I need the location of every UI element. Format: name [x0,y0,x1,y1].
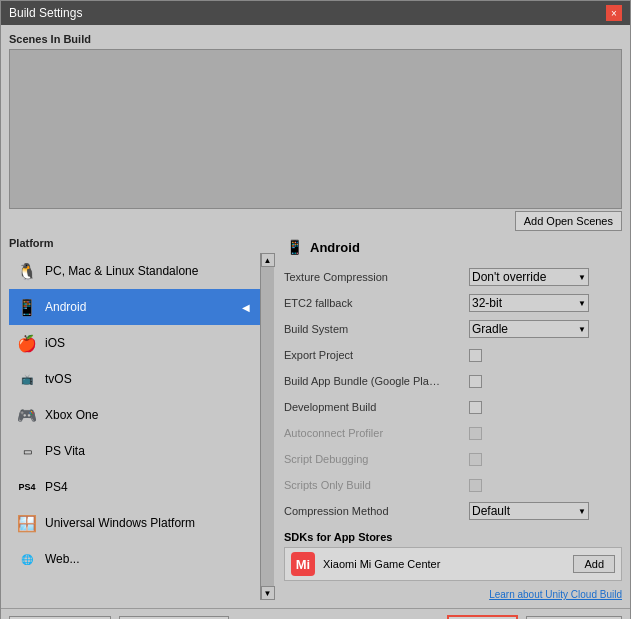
psvita-label: PS Vita [45,444,254,458]
autoconnect-profiler-checkbox [469,427,482,440]
sdk-xiaomi-row: Mi Xiaomi Mi Game Center Add [284,547,622,581]
platform-item-psvita[interactable]: ▭ PS Vita [9,433,260,469]
title-bar: Build Settings × [1,1,630,25]
dropdown-arrow2: ▼ [578,299,586,308]
platform-item-webgl[interactable]: 🌐 Web... [9,541,260,577]
platform-item-uwp[interactable]: 🪟 Universal Windows Platform [9,505,260,541]
build-system-dropdown[interactable]: Gradle ▼ [469,320,589,338]
platform-item-ps4[interactable]: PS4 PS4 [9,469,260,505]
scroll-down[interactable]: ▼ [261,586,275,600]
compression-method-value: Default [472,504,510,518]
etc2-fallback-label: ETC2 fallback [284,297,469,309]
autoconnect-profiler-label: Autoconnect Profiler [284,427,469,439]
add-open-scenes-row: Add Open Scenes [9,211,622,231]
settings-panel: 📱 Android Texture Compression Don't over… [274,237,622,600]
xbox-label: Xbox One [45,408,254,422]
script-debugging-checkbox [469,453,482,466]
build-settings-window: Build Settings × Scenes In Build Add Ope… [0,0,631,619]
xiaomi-logo: Mi [291,552,315,576]
platform-list-wrap: 🐧 PC, Mac & Linux Standalone 📱 Android ◀… [9,253,274,600]
platform-item-tvos[interactable]: 📺 tvOS [9,361,260,397]
script-debugging-row: Script Debugging [284,449,622,469]
platform-scrollbar[interactable]: ▲ ▼ [260,253,274,600]
build-app-bundle-checkbox[interactable] [469,375,482,388]
android-label: Android [45,300,232,314]
etc2-fallback-value: 32-bit [472,296,502,310]
build-button[interactable]: Build [447,615,519,619]
scripts-only-build-label: Scripts Only Build [284,479,469,491]
dropdown-arrow4: ▼ [578,507,586,516]
android-settings-icon: 📱 [284,237,304,257]
build-app-bundle-label: Build App Bundle (Google Pla… [284,375,469,387]
compression-method-label: Compression Method [284,505,469,517]
cloud-link[interactable]: Learn about Unity Cloud Build [284,589,622,600]
sdk-section: SDKs for App Stores Mi Xiaomi Mi Game Ce… [284,531,622,581]
platform-item-pc[interactable]: 🐧 PC, Mac & Linux Standalone [9,253,260,289]
development-build-row: Development Build [284,397,622,417]
psvita-icon: ▭ [15,439,39,463]
platform-item-ios[interactable]: 🍎 iOS [9,325,260,361]
close-button[interactable]: × [606,5,622,21]
uwp-icon: 🪟 [15,511,39,535]
compression-method-row: Compression Method Default ▼ [284,501,622,521]
android-settings-title: Android [310,240,360,255]
export-project-label: Export Project [284,349,469,361]
bottom-bar: Switch Platform Player Settings... Build… [1,608,630,619]
dropdown-arrow3: ▼ [578,325,586,334]
dropdown-arrow: ▼ [578,273,586,282]
texture-compression-row: Texture Compression Don't override ▼ [284,267,622,287]
scroll-up[interactable]: ▲ [261,253,275,267]
platform-item-android[interactable]: 📱 Android ◀ [9,289,260,325]
build-app-bundle-row: Build App Bundle (Google Pla… [284,371,622,391]
tvos-label: tvOS [45,372,254,386]
autoconnect-profiler-row: Autoconnect Profiler [284,423,622,443]
scenes-section: Scenes In Build Add Open Scenes [9,33,622,231]
xiaomi-name: Xiaomi Mi Game Center [323,558,565,570]
xiaomi-add-button[interactable]: Add [573,555,615,573]
scenes-list-area [9,49,622,209]
texture-compression-dropdown[interactable]: Don't override ▼ [469,268,589,286]
sdk-section-label: SDKs for App Stores [284,531,622,543]
android-icon: 📱 [15,295,39,319]
platform-items: 🐧 PC, Mac & Linux Standalone 📱 Android ◀… [9,253,260,600]
build-system-row: Build System Gradle ▼ [284,319,622,339]
etc2-fallback-dropdown[interactable]: 32-bit ▼ [469,294,589,312]
development-build-checkbox[interactable] [469,401,482,414]
add-open-scenes-button[interactable]: Add Open Scenes [515,211,622,231]
window-title: Build Settings [9,6,82,20]
xbox-icon: 🎮 [15,403,39,427]
tvos-icon: 📺 [15,367,39,391]
webgl-label: Web... [45,552,254,566]
ios-label: iOS [45,336,254,350]
script-debugging-label: Script Debugging [284,453,469,465]
pc-icon: 🐧 [15,259,39,283]
android-header: 📱 Android [284,237,622,257]
export-project-row: Export Project [284,345,622,365]
webgl-icon: 🌐 [15,547,39,571]
scripts-only-build-checkbox [469,479,482,492]
texture-compression-value: Don't override [472,270,546,284]
export-project-checkbox[interactable] [469,349,482,362]
platform-item-xbox[interactable]: 🎮 Xbox One [9,397,260,433]
texture-compression-label: Texture Compression [284,271,469,283]
build-system-label: Build System [284,323,469,335]
development-build-label: Development Build [284,401,469,413]
middle-section: Platform 🐧 PC, Mac & Linux Standalone 📱 … [9,237,622,600]
uwp-label: Universal Windows Platform [45,516,254,530]
compression-method-dropdown[interactable]: Default ▼ [469,502,589,520]
pc-label: PC, Mac & Linux Standalone [45,264,254,278]
unity-badge: ◀ [238,299,254,315]
main-content: Scenes In Build Add Open Scenes Platform… [1,25,630,608]
build-system-value: Gradle [472,322,508,336]
ps4-label: PS4 [45,480,254,494]
platform-label: Platform [9,237,274,249]
ps4-icon: PS4 [15,475,39,499]
scripts-only-build-row: Scripts Only Build [284,475,622,495]
ios-icon: 🍎 [15,331,39,355]
scenes-section-label: Scenes In Build [9,33,622,45]
etc2-fallback-row: ETC2 fallback 32-bit ▼ [284,293,622,313]
platform-panel: Platform 🐧 PC, Mac & Linux Standalone 📱 … [9,237,274,600]
